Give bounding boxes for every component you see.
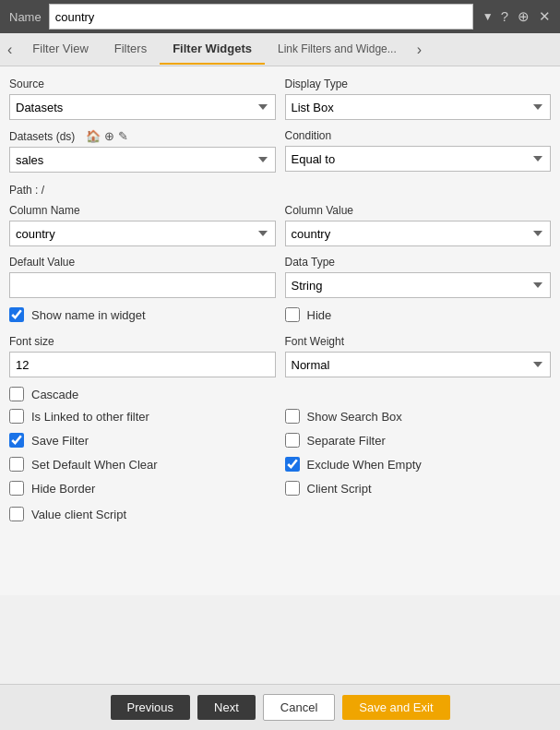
- add-icon[interactable]: ⊕: [104, 129, 114, 143]
- move-icon[interactable]: ⊕: [518, 8, 530, 25]
- name-label: Name: [9, 10, 42, 24]
- show-name-label: Show name in widget: [31, 308, 146, 322]
- source-label: Source: [9, 78, 276, 90]
- tab-filters[interactable]: Filters: [101, 34, 160, 65]
- datasets-select[interactable]: sales: [9, 147, 276, 173]
- column-value-label: Column Value: [285, 204, 552, 217]
- column-name-select[interactable]: country: [9, 221, 276, 246]
- column-row: Column Name country Column Value country: [9, 204, 551, 246]
- font-size-input[interactable]: [9, 352, 276, 377]
- data-type-label: Data Type: [285, 256, 552, 269]
- display-type-group: Display Type List Box: [285, 78, 552, 120]
- two-col-checkboxes: Is Linked to other filter Show Search Bo…: [9, 409, 551, 503]
- client-script-checkbox[interactable]: [285, 481, 300, 496]
- save-exit-button[interactable]: Save and Exit: [342, 695, 449, 720]
- is-linked-row: Is Linked to other filter: [9, 409, 276, 424]
- cascade-label: Cascade: [31, 388, 78, 401]
- exclude-empty-label: Exclude When Empty: [307, 458, 422, 472]
- client-script-label: Client Script: [307, 482, 372, 496]
- font-row: Font size Font Weight Normal: [9, 335, 551, 377]
- default-value-input[interactable]: [9, 272, 276, 298]
- condition-group: Condition Equal to: [285, 129, 552, 173]
- path-value: /: [42, 184, 44, 197]
- show-hide-row: Show name in widget Hide: [9, 307, 551, 329]
- hide-checkbox[interactable]: [285, 307, 300, 322]
- hide-label: Hide: [307, 308, 332, 322]
- font-weight-select[interactable]: Normal: [285, 352, 552, 377]
- hide-border-checkbox[interactable]: [9, 481, 24, 496]
- display-type-select[interactable]: List Box: [285, 94, 552, 120]
- set-default-label: Set Default When Clear: [31, 458, 158, 472]
- edit-icon[interactable]: ✎: [118, 129, 128, 143]
- name-dropdown-arrow[interactable]: ▼: [483, 10, 494, 23]
- home-icon[interactable]: 🏠: [86, 129, 101, 143]
- tab-filter-widgets[interactable]: Filter Widgets: [160, 34, 265, 65]
- show-search-label: Show Search Box: [307, 410, 402, 424]
- default-value-label: Default Value: [9, 256, 276, 269]
- hide-group: Hide: [285, 307, 552, 329]
- separate-filter-row: Separate Filter: [285, 433, 552, 448]
- hide-border-label: Hide Border: [31, 482, 95, 496]
- font-size-group: Font size: [9, 335, 276, 377]
- tab-link-filters[interactable]: Link Filters and Widge...: [265, 35, 410, 65]
- datasets-condition-row: Datasets (ds) 🏠 ⊕ ✎ sales Condition Equa…: [9, 129, 551, 173]
- cancel-button[interactable]: Cancel: [263, 694, 335, 721]
- column-name-group: Column Name country: [9, 204, 276, 246]
- help-icon[interactable]: ?: [501, 8, 508, 25]
- is-linked-checkbox[interactable]: [9, 409, 24, 424]
- column-value-select[interactable]: country: [285, 221, 552, 246]
- hide-border-row: Hide Border: [9, 481, 276, 496]
- exclude-empty-row: Exclude When Empty: [285, 457, 552, 472]
- separate-filter-checkbox[interactable]: [285, 433, 300, 448]
- cascade-checkbox[interactable]: [9, 387, 24, 401]
- footer: Previous Next Cancel Save and Exit: [0, 684, 560, 730]
- source-display-row: Source Datasets Display Type List Box: [9, 78, 551, 120]
- source-select[interactable]: Datasets: [9, 94, 276, 120]
- condition-select[interactable]: Equal to: [285, 146, 552, 172]
- save-filter-label: Save Filter: [31, 434, 89, 448]
- show-name-group: Show name in widget: [9, 307, 276, 329]
- show-name-checkbox-row: Show name in widget: [9, 307, 276, 322]
- exclude-empty-checkbox[interactable]: [285, 457, 300, 472]
- previous-button[interactable]: Previous: [111, 695, 191, 720]
- condition-label: Condition: [285, 129, 552, 142]
- tab-next-btn[interactable]: ›: [410, 33, 429, 66]
- next-button[interactable]: Next: [197, 695, 256, 720]
- header: Name ▼ ? ⊕ ✕: [0, 0, 560, 33]
- value-client-script-checkbox[interactable]: [9, 507, 24, 521]
- header-icons: ? ⊕ ✕: [501, 8, 551, 25]
- datasets-group: Datasets (ds) 🏠 ⊕ ✎ sales: [9, 129, 276, 173]
- set-default-checkbox[interactable]: [9, 457, 24, 472]
- column-value-group: Column Value country: [285, 204, 552, 246]
- tab-filter-view[interactable]: Filter View: [19, 34, 101, 65]
- tab-prev-btn[interactable]: ‹: [0, 33, 19, 66]
- path-label: Path :: [9, 184, 38, 197]
- is-linked-label: Is Linked to other filter: [31, 410, 149, 424]
- font-size-label: Font size: [9, 335, 276, 348]
- column-name-label: Column Name: [9, 204, 276, 217]
- show-search-row: Show Search Box: [285, 409, 552, 424]
- display-type-label: Display Type: [285, 78, 552, 90]
- default-value-group: Default Value: [9, 256, 276, 298]
- show-search-checkbox[interactable]: [285, 409, 300, 424]
- name-input[interactable]: [49, 4, 473, 30]
- tab-bar: ‹ Filter View Filters Filter Widgets Lin…: [0, 33, 560, 66]
- show-name-checkbox[interactable]: [9, 307, 24, 322]
- close-icon[interactable]: ✕: [539, 8, 551, 25]
- source-group: Source Datasets: [9, 78, 276, 120]
- font-weight-label: Font Weight: [285, 335, 552, 348]
- separate-filter-label: Separate Filter: [307, 434, 386, 448]
- client-script-row: Client Script: [285, 481, 552, 496]
- hide-checkbox-row: Hide: [285, 307, 552, 322]
- path-text: Path : /: [9, 182, 551, 198]
- set-default-row: Set Default When Clear: [9, 457, 276, 472]
- save-filter-row: Save Filter: [9, 433, 276, 448]
- default-datatype-row: Default Value Data Type String: [9, 256, 551, 298]
- data-type-select[interactable]: String: [285, 272, 552, 298]
- font-weight-group: Font Weight Normal: [285, 335, 552, 377]
- value-client-script-label: Value client Script: [31, 508, 126, 521]
- value-client-script-row: Value client Script: [9, 507, 551, 521]
- save-filter-checkbox[interactable]: [9, 433, 24, 448]
- datasets-icons: 🏠 ⊕ ✎: [86, 129, 128, 143]
- datasets-label: Datasets (ds): [9, 130, 75, 143]
